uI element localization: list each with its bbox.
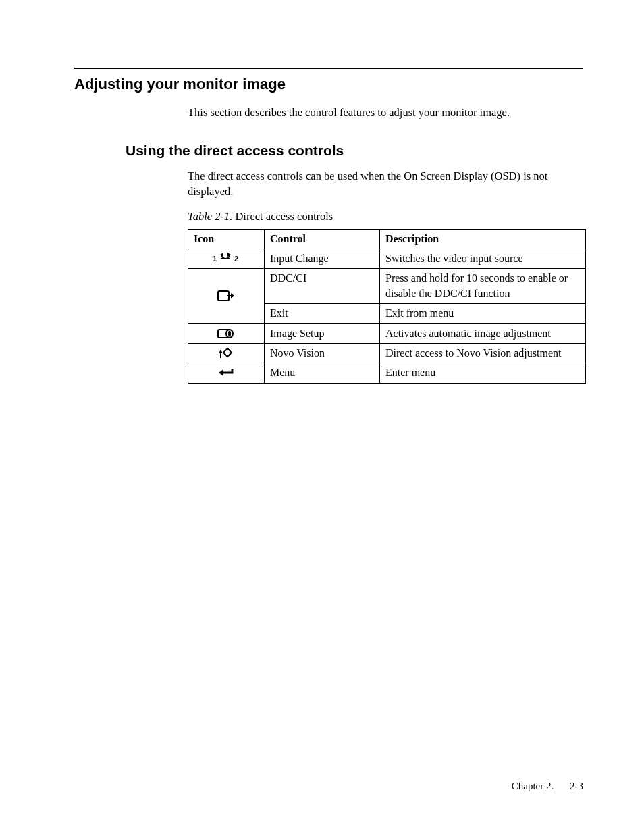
svg-marker-11 — [223, 348, 232, 357]
image-setup-icon — [191, 328, 261, 340]
svg-marker-7 — [231, 293, 234, 298]
table-row: Image Setup Activates automatic image ad… — [188, 323, 586, 343]
footer-page: 2-3 — [570, 781, 583, 791]
icon-cell — [188, 343, 265, 363]
section-title: Adjusting your monitor image — [74, 74, 583, 95]
menu-icon — [191, 367, 261, 378]
svg-text:2: 2 — [234, 255, 238, 263]
table-cell-control: Image Setup — [265, 323, 380, 343]
section-intro: This section describes the control featu… — [188, 105, 583, 120]
table-row: Novo Vision Direct access to Novo Vision… — [188, 343, 586, 363]
table-cell-description: Exit from menu — [380, 304, 586, 323]
table-cell-description: Activates automatic image adjustment — [380, 323, 586, 343]
subsection-title: Using the direct access controls — [126, 140, 583, 160]
footer-chapter: Chapter 2. — [512, 781, 554, 791]
icon-cell — [188, 269, 265, 323]
direct-access-controls-table: Icon Control Description 1 — [188, 229, 586, 384]
svg-marker-13 — [219, 350, 223, 353]
table-header-description: Description — [380, 229, 586, 249]
table-row: Menu Enter menu — [188, 363, 586, 383]
table-caption-text: Direct access controls — [235, 210, 333, 223]
section-rule — [74, 68, 583, 69]
page-footer: Chapter 2. 2-3 — [512, 779, 583, 793]
svg-rect-5 — [218, 291, 229, 301]
table-row: DDC/CI Press and hold for 10 seconds to … — [188, 269, 586, 304]
table-cell-control: DDC/CI — [265, 269, 380, 304]
table-row: 1 2 Input Change Switches the video inpu… — [188, 249, 586, 268]
svg-text:1: 1 — [213, 255, 217, 263]
table-cell-control: Input Change — [265, 249, 380, 268]
table-cell-description: Enter menu — [380, 363, 586, 383]
table-caption-label: Table 2-1. — [188, 210, 232, 223]
exit-icon — [191, 289, 261, 303]
table-cell-description: Press and hold for 10 seconds to enable … — [380, 269, 586, 304]
table-header-control: Control — [265, 229, 380, 249]
table-cell-control: Menu — [265, 363, 380, 383]
table-cell-description: Switches the video input source — [380, 249, 586, 268]
icon-cell — [188, 363, 265, 383]
svg-marker-14 — [219, 369, 223, 376]
table-cell-control: Exit — [265, 304, 380, 323]
icon-cell: 1 2 — [188, 249, 265, 268]
table-header-row: Icon Control Description — [188, 229, 586, 249]
table-caption: Table 2-1. Direct access controls — [188, 209, 583, 224]
novo-vision-icon — [191, 347, 261, 359]
table-cell-description: Direct access to Novo Vision adjustment — [380, 343, 586, 363]
icon-cell — [188, 323, 265, 343]
input-change-icon: 1 2 — [191, 253, 261, 265]
subsection-intro: The direct access controls can be used w… — [188, 168, 583, 199]
table-cell-control: Novo Vision — [265, 343, 380, 363]
svg-point-10 — [228, 330, 231, 336]
table-header-icon: Icon — [188, 229, 265, 249]
